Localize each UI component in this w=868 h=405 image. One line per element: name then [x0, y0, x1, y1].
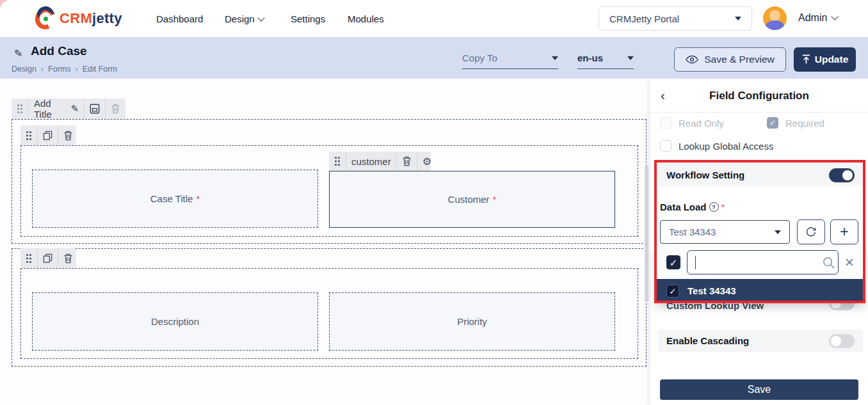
dropdown-search-input[interactable]	[687, 250, 839, 274]
refresh-icon	[805, 226, 817, 238]
field-case-title[interactable]: Case Title*	[32, 170, 318, 228]
delete-row-button[interactable]	[58, 248, 78, 268]
chevron-down-icon	[832, 13, 839, 20]
dropdown-search-row: ✓ ×	[657, 247, 864, 279]
copy-icon	[43, 131, 52, 141]
plus-icon: +	[840, 223, 848, 241]
data-load-dropdown: ✓ × ✓ Test 34343	[657, 247, 864, 303]
breadcrumb-forms[interactable]: Forms	[48, 65, 70, 74]
caret-down-icon	[775, 230, 781, 234]
drag-handle-icon[interactable]	[20, 248, 38, 268]
form-builder-canvas: Add Title ✎	[0, 79, 650, 405]
field-configuration-panel: ‹ Field Configuration Read Only ✓ Requir…	[650, 79, 868, 405]
eye-icon	[686, 55, 698, 64]
breadcrumb-separator: ›	[76, 65, 78, 74]
delete-field-button[interactable]	[397, 152, 417, 171]
search-icon	[822, 256, 835, 269]
caret-down-icon	[735, 17, 741, 20]
save-section-button[interactable]	[84, 99, 106, 119]
data-load-label: Data Load ? *	[660, 202, 725, 212]
nav-item-modules[interactable]: Modules	[348, 13, 384, 24]
drag-handle-icon[interactable]	[329, 152, 346, 171]
workflow-setting-toggle[interactable]	[829, 168, 855, 182]
required-marker: *	[196, 193, 200, 204]
section-title-label: Add Title	[34, 98, 65, 120]
pencil-icon: ✎	[70, 103, 79, 115]
data-load-select[interactable]: Test 34343	[660, 220, 790, 244]
page-subheader: ✎ Add Case Design › Forms › Edit Form Co…	[0, 37, 868, 79]
logo-text: CRMjetty	[60, 10, 122, 27]
page-title: Add Case	[31, 44, 87, 58]
canvas-scrollbar[interactable]	[645, 165, 648, 302]
add-data-load-button[interactable]: +	[830, 219, 858, 244]
drag-handle-icon[interactable]	[12, 99, 29, 119]
copy-icon	[43, 253, 52, 264]
checkbox-checked-icon: ✓	[767, 117, 778, 129]
row-toolbar	[20, 125, 76, 145]
checkbox-lookup-global-access[interactable]: Lookup Global Access	[660, 140, 773, 152]
user-avatar[interactable]	[763, 6, 787, 30]
refresh-button[interactable]	[797, 219, 825, 244]
section-title-edit[interactable]: Add Title ✎	[29, 99, 84, 119]
enable-cascading-toggle[interactable]	[829, 334, 855, 348]
copy-row-button[interactable]	[38, 248, 58, 268]
drag-handle-icon[interactable]	[20, 125, 38, 145]
workflow-setting-row: Workflow Setting	[658, 164, 863, 186]
update-button[interactable]: Update	[794, 47, 856, 72]
breadcrumb-separator: ›	[41, 65, 44, 74]
section-toolbar: Add Title ✎	[12, 99, 125, 119]
chevron-down-icon	[257, 14, 264, 21]
field-toolbar-label: customer	[351, 156, 391, 167]
dropdown-option-test-34343[interactable]: ✓ Test 34343	[657, 279, 864, 303]
nav-item-design[interactable]: Design	[225, 13, 264, 24]
breadcrumb-edit-form: Edit Form	[83, 65, 117, 74]
trash-icon	[111, 104, 120, 114]
field-settings-button[interactable]: ⚙	[417, 152, 437, 171]
delete-row-button[interactable]	[58, 125, 78, 145]
breadcrumb-design[interactable]: Design	[12, 65, 36, 74]
crmjetty-logo[interactable]: CRMjetty	[35, 7, 122, 30]
required-marker: *	[493, 194, 497, 205]
window-corner-decoration	[0, 0, 10, 15]
caret-down-icon	[627, 56, 634, 60]
checkbox-icon	[660, 117, 671, 129]
nav-item-dashboard[interactable]: Dashboard	[156, 13, 203, 24]
portal-select[interactable]: CRMJetty Portal	[599, 6, 752, 31]
checkbox-read-only[interactable]: Read Only	[660, 117, 724, 129]
field-toolbar-customer: customer ⚙	[329, 152, 431, 171]
edit-title-pencil-icon[interactable]: ✎	[14, 47, 22, 60]
breadcrumb: Design › Forms › Edit Form	[12, 65, 117, 74]
save-button[interactable]: Save	[660, 379, 858, 400]
enable-cascading-row: Enable Cascading	[658, 330, 863, 352]
trash-icon	[63, 253, 73, 264]
panel-title: Field Configuration	[650, 90, 868, 102]
row-toolbar	[20, 248, 76, 268]
user-menu[interactable]: Admin	[798, 12, 837, 24]
checkbox-checked-icon: ✓	[666, 285, 679, 298]
save-icon	[90, 104, 100, 114]
close-icon[interactable]: ×	[845, 253, 854, 272]
copy-row-button[interactable]	[38, 125, 58, 145]
help-icon[interactable]: ?	[709, 202, 719, 212]
upload-icon	[801, 54, 811, 65]
field-description[interactable]: Description	[32, 292, 318, 351]
top-navbar: CRMjetty Dashboard Design Settings Modul…	[0, 0, 868, 37]
checkbox-icon	[660, 140, 671, 152]
app-root: CRMjetty Dashboard Design Settings Modul…	[0, 0, 868, 405]
caret-down-icon	[552, 56, 558, 60]
panel-header: ‹ Field Configuration	[650, 79, 868, 113]
copy-to-select[interactable]: Copy To	[462, 52, 558, 69]
field-customer[interactable]: Customer*	[329, 171, 615, 228]
delete-section-button[interactable]	[106, 99, 125, 119]
crmjetty-logo-icon	[35, 8, 56, 29]
locale-select[interactable]: en-us	[577, 52, 634, 69]
trash-icon	[63, 131, 73, 141]
text-cursor	[695, 256, 696, 269]
save-preview-button[interactable]: Save & Preview	[674, 47, 786, 72]
field-priority[interactable]: Priority	[329, 292, 615, 351]
nav-item-settings[interactable]: Settings	[291, 13, 325, 24]
required-marker: *	[721, 202, 725, 212]
select-all-checkbox[interactable]: ✓	[666, 255, 680, 269]
checkbox-required[interactable]: ✓ Required	[767, 117, 824, 129]
trash-icon	[402, 156, 412, 166]
